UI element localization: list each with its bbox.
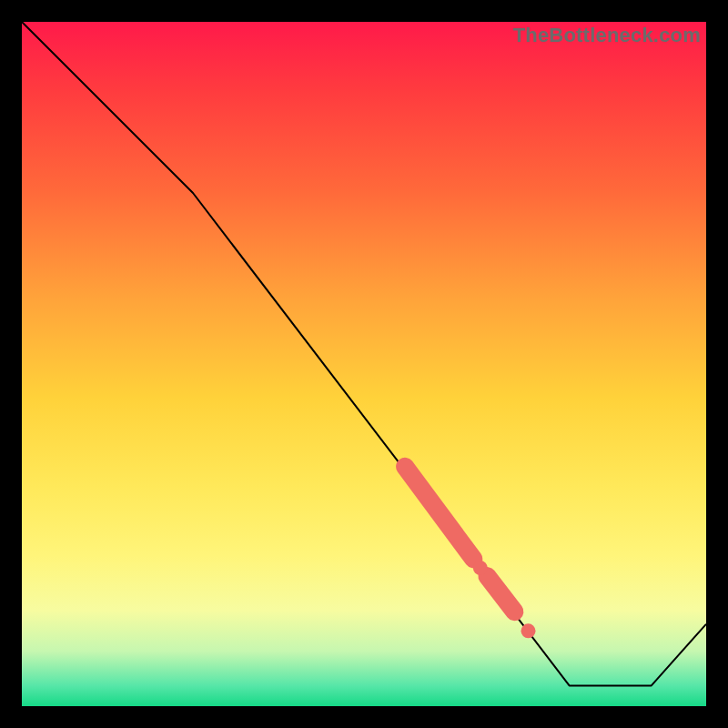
highlight-clusters — [405, 467, 535, 639]
chart-overlay — [22, 22, 706, 706]
highlight-segment — [405, 467, 473, 560]
highlight-dot — [521, 623, 536, 638]
data-curve — [22, 22, 706, 685]
highlight-segment — [487, 576, 514, 612]
highlight-dot — [473, 561, 488, 575]
plot-area: TheBottleneck.com — [22, 22, 706, 706]
chart-frame: TheBottleneck.com — [0, 0, 728, 728]
